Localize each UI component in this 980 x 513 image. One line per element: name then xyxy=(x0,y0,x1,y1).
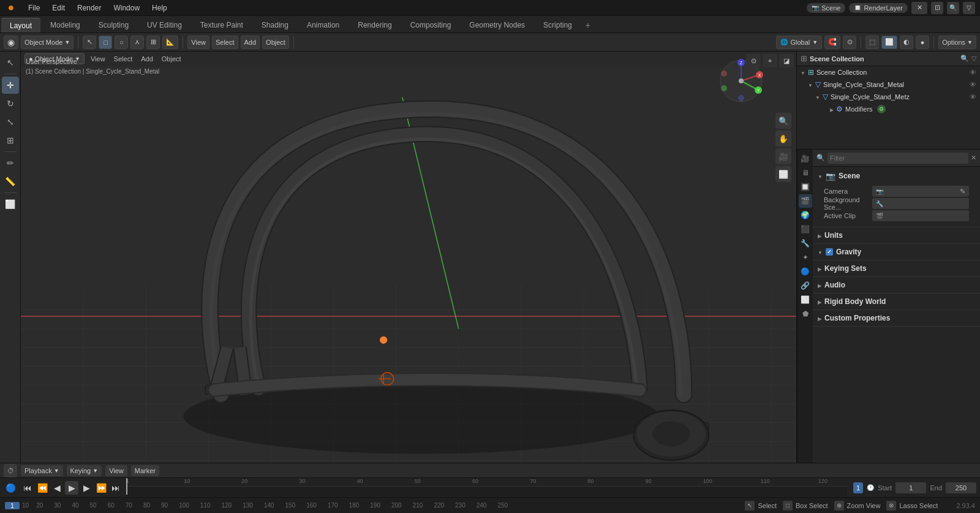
prop-modifier-icon[interactable]: 🔧 xyxy=(799,237,812,250)
prop-constraints-icon[interactable]: 🔗 xyxy=(799,279,812,292)
tab-uv-editing[interactable]: UV Editing xyxy=(138,18,190,32)
viewport-view-menu[interactable]: View xyxy=(88,55,108,63)
outliner-item-1[interactable]: ▽ Single_Cycle_Stand_Metal 👁 xyxy=(804,78,980,91)
view-menu[interactable]: View xyxy=(105,465,127,476)
timeline-mode-icon[interactable]: ⏱ xyxy=(4,464,17,477)
tool-scale[interactable]: ⤡ xyxy=(2,113,19,131)
transform-orientation[interactable]: 🌐 Global ▼ xyxy=(776,36,822,49)
viewport-select-menu[interactable]: Select xyxy=(111,55,135,63)
viewport-mode-btn[interactable]: ● Object Mode ▼ xyxy=(24,53,85,64)
select-tool-indicator[interactable]: ↖ Select xyxy=(745,501,777,511)
item1-visibility[interactable]: 👁 xyxy=(970,81,976,88)
prop-scene-icon[interactable]: 🎬 xyxy=(799,194,812,208)
prop-world-icon[interactable]: 🌍 xyxy=(799,208,812,222)
gravity-checkbox[interactable]: ✓ xyxy=(826,248,833,256)
menu-help[interactable]: Help xyxy=(146,0,173,15)
props-search-input[interactable] xyxy=(827,153,968,164)
camera-edit-icon[interactable]: ✎ xyxy=(960,188,965,196)
start-frame-input[interactable]: 1 xyxy=(895,482,926,493)
camera-btn[interactable]: 🎥 xyxy=(775,148,791,164)
select-extra-btn[interactable]: ⊞ xyxy=(146,36,160,49)
select-btn[interactable]: Select xyxy=(212,36,238,49)
rigid-body-header[interactable]: Rigid Body World xyxy=(818,295,975,308)
tool-add-cube[interactable]: ⬜ xyxy=(2,196,19,213)
jump-end-btn[interactable]: ⏭ xyxy=(109,481,123,495)
tool-annotate[interactable]: ✏ xyxy=(2,154,19,172)
outliner-item-modifiers[interactable]: ⚙ Modifiers ⚙ xyxy=(826,103,980,115)
marker-menu[interactable]: Marker xyxy=(131,465,159,476)
menu-file[interactable]: File xyxy=(22,0,46,15)
prop-material-icon[interactable]: ⬟ xyxy=(799,307,812,321)
current-frame-display[interactable]: 1 xyxy=(853,482,863,493)
measure-btn[interactable]: 📐 xyxy=(162,36,178,49)
prop-particles-icon[interactable]: ✦ xyxy=(799,251,812,264)
prop-output-icon[interactable]: 🖥 xyxy=(799,166,812,180)
play-btn[interactable]: ▶ xyxy=(65,481,78,495)
select-circle-btn[interactable]: ○ xyxy=(115,36,128,49)
outliner-item-2[interactable]: ▽ Single_Cycle_Stand_Metz 👁 xyxy=(812,91,980,103)
tab-animation[interactable]: Animation xyxy=(298,18,348,32)
prop-viewlayer-icon[interactable]: 🔲 xyxy=(799,180,812,194)
props-close-icon[interactable]: ✕ xyxy=(971,154,976,162)
next-frame-btn[interactable]: ▶ xyxy=(80,481,93,495)
jump-start-btn[interactable]: ⏮ xyxy=(21,481,34,495)
tab-scripting[interactable]: Scripting xyxy=(535,18,581,32)
ortho-btn[interactable]: ⬜ xyxy=(775,166,791,182)
tool-transform[interactable]: ⊞ xyxy=(2,132,19,149)
prev-keyframe-btn[interactable]: ⏪ xyxy=(36,481,49,495)
renderlayer-selector[interactable]: 🔲 RenderLayer xyxy=(849,3,908,13)
viewport-shading-solid[interactable]: ⬜ xyxy=(881,36,897,49)
prop-physics-icon[interactable]: 🔵 xyxy=(799,265,812,278)
viewport-xray-btn[interactable]: ◪ xyxy=(779,54,794,67)
tool-move[interactable]: ✛ xyxy=(2,77,19,94)
mode-selector[interactable]: Object Mode ▼ xyxy=(21,36,74,49)
snap-btn[interactable]: 🧲 xyxy=(824,36,840,49)
select-cursor-btn[interactable]: ↖ xyxy=(83,36,96,49)
select-lasso-btn[interactable]: ⋏ xyxy=(130,36,144,49)
outliner-search-icon[interactable]: 🔍 xyxy=(960,55,969,63)
viewport[interactable]: ● Object Mode ▼ View Select Add Object U… xyxy=(21,51,796,463)
viewport-shading-wire[interactable]: ⬚ xyxy=(865,36,879,49)
view-btn[interactable]: View xyxy=(187,36,209,49)
add-btn[interactable]: Add xyxy=(241,36,260,49)
add-workspace-tab[interactable]: + xyxy=(581,18,595,32)
viewport-add-menu[interactable]: Add xyxy=(138,55,156,63)
bg-scene-selector[interactable]: 🔧 xyxy=(872,198,969,209)
pan-btn[interactable]: ✋ xyxy=(775,131,791,146)
viewport-object-menu[interactable]: Object xyxy=(159,55,184,63)
keying-menu[interactable]: Keying ▼ xyxy=(67,465,102,476)
header-filter[interactable]: ▽ xyxy=(963,2,975,14)
tab-modeling[interactable]: Modeling xyxy=(42,18,89,32)
scene-section-header[interactable]: 📷 Scene xyxy=(818,169,975,183)
menu-window[interactable]: Window xyxy=(107,0,146,15)
active-clip-selector[interactable]: 🎬 xyxy=(872,210,969,221)
tool-cursor[interactable]: ↖ xyxy=(2,54,19,71)
audio-header[interactable]: Audio xyxy=(818,278,975,292)
camera-selector[interactable]: 📷 ✎ xyxy=(872,186,969,197)
playback-menu[interactable]: Playback ▼ xyxy=(21,465,63,476)
keying-sets-header[interactable]: Keying Sets xyxy=(818,262,975,275)
box-select-indicator[interactable]: □ Box Select xyxy=(783,501,828,511)
viewport-gizmo-btn[interactable]: ⌖ xyxy=(763,54,777,67)
viewport-shading-mat[interactable]: ◐ xyxy=(900,36,913,49)
collection-visibility[interactable]: 👁 xyxy=(970,69,976,76)
viewport-overlays-btn[interactable]: ⊙ xyxy=(746,54,761,67)
zoom-in-btn[interactable]: 🔍 xyxy=(775,113,791,129)
timeline-track[interactable]: 1 10 20 30 40 50 60 70 80 90 100 110 120 xyxy=(126,478,847,497)
mode-icon-btn[interactable]: ◉ xyxy=(4,36,18,49)
gravity-header[interactable]: ✓ Gravity xyxy=(818,245,975,259)
zoom-view-indicator[interactable]: ⊕ Zoom View xyxy=(834,501,881,511)
menu-render[interactable]: Render xyxy=(71,0,107,15)
prev-frame-btn[interactable]: ◀ xyxy=(50,481,64,495)
end-frame-input[interactable]: 250 xyxy=(946,482,976,493)
tab-layout[interactable]: Layout xyxy=(1,18,40,32)
select-box-btn[interactable]: □ xyxy=(99,36,112,49)
object-btn[interactable]: Object xyxy=(262,36,289,49)
item2-visibility[interactable]: 👁 xyxy=(970,93,976,101)
prop-object-icon[interactable]: ⬛ xyxy=(799,222,812,236)
lasso-select-indicator[interactable]: ⊗ Lasso Select xyxy=(886,501,938,511)
menu-edit[interactable]: Edit xyxy=(46,0,71,15)
tool-rotate[interactable]: ↻ xyxy=(2,95,19,112)
header-expand-btn[interactable]: ⊡ xyxy=(931,2,943,14)
tab-sculpting[interactable]: Sculpting xyxy=(90,18,137,32)
